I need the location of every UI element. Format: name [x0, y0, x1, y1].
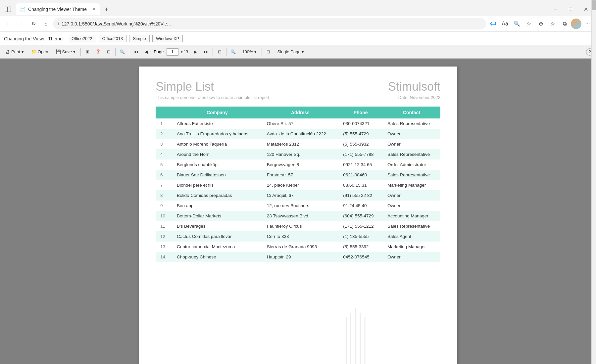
separator-3 [129, 48, 129, 56]
collections-button[interactable]: ⧉ [559, 18, 570, 29]
pin-button[interactable]: 🏷 [487, 18, 499, 29]
tab-close-button[interactable]: ✕ [92, 7, 96, 12]
svg-line-7 [309, 317, 383, 364]
column-header-phone: Phone [338, 107, 383, 118]
table-header-row: Company Address Phone Contact [156, 107, 440, 118]
scrollbar[interactable] [591, 0, 596, 364]
next-page-button[interactable]: ▶ [191, 47, 200, 57]
theme-simple-button[interactable]: Simple [129, 35, 150, 42]
cell-phone: 88.60.15.31 [338, 180, 383, 190]
table-row: 8 Bólido Comidas preparadas C/ Araquil, … [156, 190, 440, 201]
cell-company: Berglunds snabbköp [172, 159, 262, 170]
navigation-toolbar: ← → ↻ ⌂ ℹ 127.0.0.1:5500/JavaScript/Work… [0, 16, 596, 32]
table-row: 14 Chop-suey Chinese Hauptstr. 29 0452-0… [156, 252, 440, 262]
sidebar-toggle[interactable] [3, 4, 13, 15]
report-title: Simple List [156, 80, 271, 94]
column-header-address: Address [262, 107, 338, 118]
cell-num: 8 [156, 190, 172, 201]
cell-contact: Marketing Manager [383, 242, 440, 252]
tab-bar: 📄 Changing the Viewer Theme ✕ + − □ ✕ [0, 0, 596, 16]
report-tree-button[interactable]: ❓ [93, 47, 103, 57]
new-tab-button[interactable]: + [101, 4, 112, 15]
home-button[interactable]: ⌂ [40, 18, 52, 29]
viewer-header-title: Changing the Viewer Theme [4, 36, 63, 41]
cell-num: 13 [156, 242, 172, 252]
thumbnail-view-button[interactable]: ⊞ [83, 47, 92, 57]
cell-contact: Sales Agent [383, 231, 440, 242]
cell-phone: (604) 555-4729 [338, 211, 383, 221]
read-aloud-button[interactable]: Aa [499, 18, 511, 29]
table-row: 11 B's Beverages Fauntleroy Circus (171)… [156, 221, 440, 231]
forward-button[interactable]: → [15, 18, 26, 29]
cell-address: 23 Tsawwassen Blvd. [262, 211, 338, 221]
add-favorites-button[interactable]: ⊕ [535, 18, 546, 29]
theme-office2022-button[interactable]: Office2022 [68, 35, 96, 42]
profile-button[interactable] [571, 19, 581, 29]
cell-company: Cactus Comidas para llevar [172, 231, 262, 242]
viewer-toolbar: 🖨 Print ▾ 📁 Open 💾 Save ▾ ⊞ ❓ ⊡ 🔍 ⏮ ◀ Pa… [0, 45, 596, 59]
view-mode-dropdown[interactable]: Single Page ▾ [274, 48, 307, 56]
cell-num: 2 [156, 129, 172, 139]
search-button[interactable]: ⊡ [104, 47, 113, 57]
separator-5 [226, 48, 226, 56]
back-button[interactable]: ← [3, 18, 14, 29]
maximize-button[interactable]: □ [563, 4, 578, 15]
cell-address: 12, rue des Bouchers [262, 201, 338, 211]
zoom-search-icon: 🔍 [228, 47, 238, 57]
cell-num: 4 [156, 149, 172, 159]
cell-company: Centro comercial Moctezuma [172, 242, 262, 252]
search-button[interactable]: 🔍 [511, 18, 522, 29]
favorites-collections-button[interactable]: ☆ [547, 18, 558, 29]
cell-contact: Sales Representative [383, 221, 440, 231]
tab-title: Changing the Viewer Theme [28, 7, 87, 12]
address-bar[interactable]: ℹ 127.0.0.1:5500/JavaScript/Working%20wi… [53, 18, 486, 29]
cell-phone: 0621-08460 [338, 170, 383, 180]
table-row: 5 Berglunds snabbköp Berguvsvägen 8 0921… [156, 159, 440, 170]
cell-company: Bottom-Dollar Markets [172, 211, 262, 221]
url-text: 127.0.0.1:5500/JavaScript/Working%20with… [62, 21, 482, 26]
theme-windowsxp-button[interactable]: WindowsXP [152, 35, 183, 42]
save-dropdown-icon: ▾ [73, 49, 75, 54]
print-dropdown-icon: ▾ [22, 49, 24, 54]
zoom-dropdown[interactable]: 100% ▾ [239, 48, 259, 56]
prev-page-button[interactable]: ◀ [142, 47, 151, 57]
cell-phone: (5) 555-3932 [338, 139, 383, 149]
favorites-button[interactable]: ☆ [523, 18, 534, 29]
column-header-contact: Contact [383, 107, 440, 118]
active-tab[interactable]: 📄 Changing the Viewer Theme ✕ [16, 3, 100, 15]
open-icon: 📁 [31, 49, 36, 54]
refresh-button[interactable]: ↻ [28, 18, 39, 29]
cell-address: Cerrito 333 [262, 231, 338, 242]
open-button[interactable]: 📁 Open [28, 48, 51, 56]
cell-num: 1 [156, 118, 172, 129]
cell-num: 6 [156, 170, 172, 180]
cell-num: 11 [156, 221, 172, 231]
first-page-button[interactable]: ⏮ [131, 47, 140, 57]
scrollbar-thumb[interactable] [592, 0, 596, 10]
cell-phone: 030-0074321 [338, 118, 383, 129]
document-area: Simple List This sample demonstrates how… [0, 59, 596, 364]
cell-contact: Sales Representative [383, 170, 440, 180]
view-mode-icon: ⊟ [264, 47, 273, 57]
last-page-button[interactable]: ⏭ [201, 47, 211, 57]
data-table: Company Address Phone Contact 1 Alfreds … [156, 107, 440, 262]
minimize-button[interactable]: − [548, 4, 563, 15]
page-number-input[interactable] [167, 48, 178, 56]
print-button[interactable]: 🖨 Print ▾ [3, 48, 27, 56]
theme-office2013-button[interactable]: Office2013 [99, 35, 127, 42]
cell-company: Blauer See Delikatessen [172, 170, 262, 180]
multi-page-button[interactable]: ⊟ [215, 47, 224, 57]
header-right: Stimulsoft Date: November 2022 [388, 80, 440, 100]
table-row: 4 Around the Horn 120 Hanover Sq. (171) … [156, 149, 440, 159]
separator-2 [115, 48, 116, 56]
cell-contact: Marketing Manager [383, 180, 440, 190]
column-header-company: Company [172, 107, 262, 118]
cell-address: Obere Str. 57 [262, 118, 338, 129]
save-button[interactable]: 💾 Save ▾ [53, 48, 79, 56]
cell-num: 3 [156, 139, 172, 149]
table-row: 6 Blauer See Delikatessen Forsterstr. 57… [156, 170, 440, 180]
find-button[interactable]: 🔍 [118, 47, 127, 57]
svg-line-4 [318, 312, 403, 364]
table-row: 9 Bon app' 12, rue des Bouchers 91.24.45… [156, 201, 440, 211]
cell-company: Bon app' [172, 201, 262, 211]
